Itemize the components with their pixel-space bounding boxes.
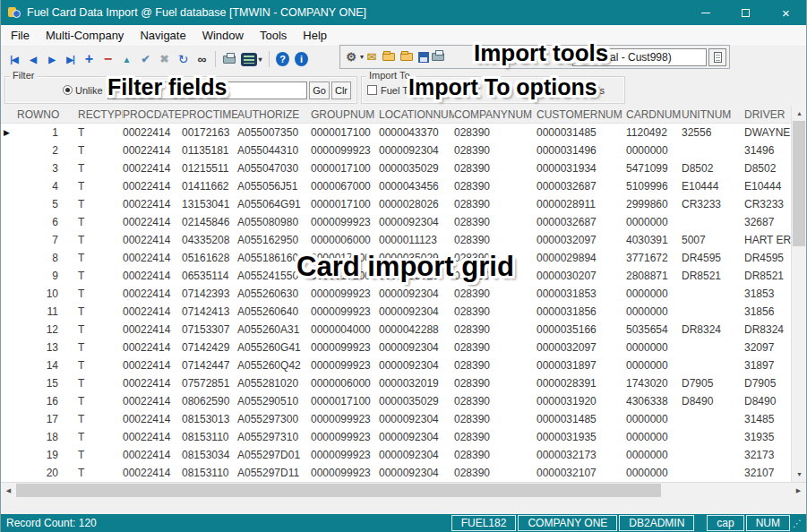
profile-edit-button[interactable] bbox=[708, 48, 726, 66]
scroll-up-arrow[interactable]: ▲ bbox=[792, 106, 807, 121]
fuel-tickets-checkbox[interactable]: Fuel T bbox=[367, 85, 408, 96]
table-row[interactable]: 3T0002241401215511A055047030000001710000… bbox=[1, 159, 791, 177]
menu-item-window[interactable]: Window bbox=[194, 25, 252, 47]
report-button[interactable]: ▾ bbox=[238, 49, 265, 69]
vertical-scrollbar[interactable]: ▲ ▼ bbox=[791, 106, 806, 482]
horizontal-scroll-thumb[interactable] bbox=[16, 484, 661, 497]
resize-grip-icon[interactable]: ⋰ bbox=[790, 519, 803, 528]
cell-groupnum: 0000017100 bbox=[311, 195, 379, 213]
column-header-proctime[interactable]: PROCTIME bbox=[182, 106, 237, 123]
cell-unitnum bbox=[682, 339, 744, 356]
cell-rowno: 20 bbox=[15, 464, 78, 482]
column-header-groupnum[interactable]: GROUPNUM bbox=[311, 106, 379, 123]
import-profile-combobox[interactable]: (Original - Cust998) bbox=[572, 48, 707, 66]
table-row[interactable]: 14T0002241407142447A055260Q4200000999230… bbox=[1, 356, 791, 374]
table-row[interactable]: 15T0002241407572851A05528102000000060000… bbox=[1, 374, 791, 392]
filter-go-button[interactable]: Go bbox=[309, 82, 330, 99]
menu-item-help[interactable]: Help bbox=[295, 25, 335, 47]
table-row[interactable]: 17T0002241408153013A05529730000000999230… bbox=[1, 410, 791, 428]
cell-unitnum bbox=[682, 410, 744, 428]
cell-procdate: 00022414 bbox=[123, 374, 182, 392]
cell-companynum: 028390 bbox=[454, 159, 537, 177]
cell-authorize: A055297300 bbox=[237, 410, 311, 428]
delete-row-button[interactable]: − bbox=[99, 49, 117, 69]
cell-procdate: 00022414 bbox=[123, 195, 182, 213]
column-header-cardnum[interactable]: CARDNUM bbox=[626, 106, 682, 123]
previous-record-button[interactable]: ◀ bbox=[23, 49, 42, 69]
table-row[interactable]: 16T0002241408062590A05529051000000171000… bbox=[1, 392, 791, 410]
menu-item-navigate[interactable]: Navigate bbox=[132, 25, 193, 47]
preview-button[interactable]: ∞ bbox=[193, 49, 211, 69]
current-row-indicator bbox=[1, 177, 15, 195]
cancel-changes-button[interactable]: ✖ bbox=[155, 49, 174, 69]
column-header-companynum[interactable]: COMPANYNUM bbox=[454, 106, 537, 123]
column-header-locationnum[interactable]: LOCATIONNUM bbox=[379, 106, 454, 123]
cell-authorize: A055162950 bbox=[237, 231, 311, 249]
help-button[interactable]: ? bbox=[273, 49, 292, 69]
cell-rowno: 19 bbox=[15, 446, 78, 464]
maximize-button[interactable] bbox=[725, 0, 766, 25]
cell-rectype: T bbox=[78, 356, 123, 374]
table-row[interactable]: 9T0002241406535114A055241550000001710000… bbox=[1, 267, 791, 285]
menu-item-multi-company[interactable]: Multi-Company bbox=[38, 25, 132, 47]
print-button[interactable] bbox=[219, 49, 238, 69]
cell-proctime: 07142447 bbox=[182, 356, 237, 374]
column-header-customernum[interactable]: CUSTOMERNUM bbox=[537, 106, 626, 123]
scroll-right-arrow[interactable]: ▶ bbox=[791, 483, 806, 498]
next-record-button[interactable]: ▶ bbox=[42, 49, 61, 69]
table-row[interactable]: 19T0002241408153034A055297D0100000999230… bbox=[1, 446, 791, 464]
menu-item-tools[interactable]: Tools bbox=[252, 25, 295, 47]
folder-open-icon[interactable] bbox=[400, 53, 413, 61]
table-row[interactable]: 10T0002241407142393A05526063000000999230… bbox=[1, 285, 791, 303]
table-row[interactable]: 5T0002241413153041A055064G91000001710000… bbox=[1, 195, 791, 213]
column-header-procdate[interactable]: PROCDATE bbox=[123, 106, 182, 123]
insert-row-button[interactable]: + bbox=[80, 49, 99, 69]
sort-button[interactable]: ▲ bbox=[117, 49, 136, 69]
refresh-button[interactable]: ↻ bbox=[174, 49, 193, 69]
cell-rectype: T bbox=[78, 195, 123, 213]
info-button[interactable]: i bbox=[292, 49, 311, 69]
folder-icon[interactable] bbox=[382, 53, 395, 61]
column-header-driver[interactable]: DRIVER bbox=[744, 106, 791, 123]
menu-item-file[interactable]: File bbox=[3, 25, 38, 47]
cell-companynum: 028390 bbox=[454, 177, 537, 195]
settings-button[interactable]: ⚙ bbox=[343, 47, 359, 67]
last-record-button[interactable]: ▶| bbox=[61, 49, 80, 69]
filter-input[interactable] bbox=[107, 82, 308, 99]
printer-icon[interactable] bbox=[432, 53, 444, 61]
column-header-authorize[interactable]: AUTHORIZE bbox=[237, 106, 311, 123]
filter-unlike-radio[interactable]: Unlike bbox=[63, 85, 103, 96]
mail-button[interactable]: ✉ bbox=[364, 47, 380, 67]
cell-groupnum: 0000017100 bbox=[311, 124, 379, 142]
cell-authorize: A055297310 bbox=[237, 428, 311, 446]
cell-locationnum: 0000092304 bbox=[379, 303, 454, 321]
table-row[interactable]: 18T0002241408153110A05529731000000999230… bbox=[1, 428, 791, 446]
column-header-rowno[interactable]: ROWNO bbox=[15, 106, 78, 123]
table-row[interactable]: 20T0002241408153110A055297D1100000999230… bbox=[1, 464, 791, 482]
table-row[interactable]: 11T0002241407142413A05526064000000999230… bbox=[1, 303, 791, 321]
scroll-down-arrow[interactable]: ▼ bbox=[792, 467, 807, 482]
cell-cardnum: 0000000 bbox=[626, 285, 682, 303]
cell-unitnum: DR8324 bbox=[682, 321, 744, 339]
table-row[interactable]: ▶1T0002241400172163A05500735000000171000… bbox=[1, 124, 791, 142]
first-record-button[interactable]: |◀ bbox=[4, 49, 23, 69]
column-header-unitnum[interactable]: UNITNUM bbox=[682, 106, 744, 123]
scroll-left-arrow[interactable]: ◀ bbox=[1, 483, 16, 498]
table-row[interactable]: 2T0002241401135181A055044310000009992300… bbox=[1, 142, 791, 159]
table-row[interactable]: 4T0002241401411662A055056J51000006700000… bbox=[1, 177, 791, 195]
save-disk-icon[interactable] bbox=[418, 52, 429, 63]
horizontal-scrollbar[interactable]: ◀ ▶ bbox=[1, 482, 806, 497]
table-row[interactable]: 7T0002241404335208A055162950000000600000… bbox=[1, 231, 791, 249]
table-row[interactable]: 8T0002241405161628A055186160000001710000… bbox=[1, 249, 791, 267]
filter-clear-button[interactable]: Clr bbox=[331, 82, 351, 99]
table-row[interactable]: 12T0002241407153307A055260A3100000040000… bbox=[1, 321, 791, 339]
toolbar: |◀ ◀ ▶ ▶| + − ▲ ✔ ✖ ↻ ∞ ▾ ? i ⚙ ▾ ✉ (Ori… bbox=[1, 47, 806, 72]
table-row[interactable]: 13T0002241407142429A055260G4100000999230… bbox=[1, 339, 791, 356]
vertical-scroll-thumb[interactable] bbox=[793, 121, 805, 246]
minimize-button[interactable] bbox=[685, 0, 725, 25]
close-button[interactable]: × bbox=[766, 0, 806, 25]
save-accept-button[interactable]: ✔ bbox=[136, 49, 155, 69]
table-row[interactable]: 6T0002241402145846A055080980000009992300… bbox=[1, 213, 791, 231]
column-header-rectype[interactable]: RECTYPE bbox=[78, 106, 123, 123]
close-icon: × bbox=[782, 6, 790, 20]
